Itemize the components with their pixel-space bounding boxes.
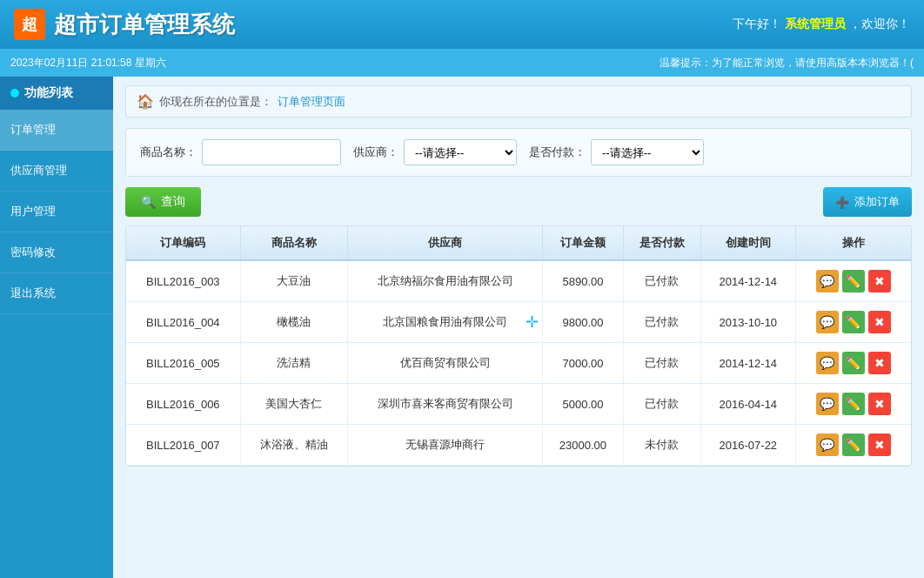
col-paid: 是否付款 [623,226,701,260]
cell-paid: 未付款 [623,425,701,466]
sidebar-header-label: 功能列表 [24,85,73,101]
product-form-group: 商品名称： [140,139,341,165]
cell-order-id: BILL2016_005 [126,343,240,384]
cell-amount: 9800.00 [543,302,623,343]
comment-button[interactable]: 💬 [816,352,839,374]
sidebar-item-order[interactable]: 订单管理 [0,110,113,151]
col-amount: 订单金额 [543,226,623,260]
cell-date: 2016-04-14 [701,384,795,425]
add-order-button[interactable]: ➕ 添加订单 [823,187,912,217]
cell-supplier: 北京纳福尔食用油有限公司 [347,260,542,302]
cell-actions: 💬 ✏️ ✖ [795,425,911,466]
header-logo: 超 [14,9,45,40]
col-date: 创建时间 [701,226,795,260]
orders-table-container: 订单编码 商品名称 供应商 订单金额 是否付款 创建时间 操作 BILL2016… [125,225,912,467]
sidebar-item-password[interactable]: 密码修改 [0,232,113,273]
search-button-label: 查询 [161,194,185,210]
search-form: 商品名称： 供应商： --请选择-- 是否付款： --请选择-- [125,128,912,177]
header-title: 超市订单管理系统 [54,10,235,40]
table-header-row: 订单编码 商品名称 供应商 订单金额 是否付款 创建时间 操作 [126,226,911,260]
action-icons: 💬 ✏️ ✖ [803,311,905,333]
sidebar-item-supplier[interactable]: 供应商管理 [0,151,113,192]
notice-text: 温馨提示：为了能正常浏览，请使用高版本本浏览器！( [660,56,914,71]
col-actions: 操作 [795,226,911,260]
cell-order-id: BILL2016_006 [126,384,240,425]
topbar: 2023年02月11日 21:01:58 星期六 温馨提示：为了能正常浏览，请使… [0,49,924,77]
username-text: 系统管理员 [785,17,846,30]
sidebar-item-user-label: 用户管理 [10,205,56,218]
cell-date: 2014-12-14 [701,343,795,384]
breadcrumb: 🏠 你现在所在的位置是： 订单管理页面 [125,85,912,118]
payment-form-group: 是否付款： --请选择-- [529,139,704,165]
comment-button[interactable]: 💬 [816,270,839,292]
supplier-form-group: 供应商： --请选择-- [353,139,517,165]
cell-product: 美国大杏仁 [240,384,347,425]
comment-button[interactable]: 💬 [816,434,839,456]
comment-button[interactable]: 💬 [816,311,839,333]
content-area: 🏠 你现在所在的位置是： 订单管理页面 商品名称： 供应商： --请选择-- 是… [113,77,924,578]
col-order-id: 订单编码 [126,226,240,260]
cell-supplier: 北京国粮食用油有限公司 ✛ [347,302,542,343]
payment-label: 是否付款： [529,144,586,160]
cell-amount: 23000.00 [543,425,623,466]
main-layout: 功能列表 订单管理 供应商管理 用户管理 密码修改 退出系统 🏠 你现在所在的位… [0,77,924,578]
cell-amount: 5890.00 [543,260,623,302]
delete-button[interactable]: ✖ [868,434,891,456]
edit-button[interactable]: ✏️ [842,311,865,333]
cell-date: 2013-10-10 [701,302,795,343]
datetime-text: 2023年02月11日 21:01:58 星期六 [10,56,166,71]
plus-icon: ➕ [835,196,849,209]
table-row: BILL2016_004 橄榄油 北京国粮食用油有限公司 ✛ 9800.00 已… [126,302,911,343]
cell-amount: 5000.00 [543,384,623,425]
product-input[interactable] [202,139,341,165]
cell-paid: 已付款 [623,302,701,343]
search-icon: 🔍 [141,195,156,209]
sidebar-header: 功能列表 [0,77,113,110]
delete-button[interactable]: ✖ [868,270,891,292]
action-icons: 💬 ✏️ ✖ [803,434,905,456]
sidebar-item-user[interactable]: 用户管理 [0,192,113,232]
delete-button[interactable]: ✖ [868,352,891,374]
breadcrumb-prefix: 你现在所在的位置是： [159,94,272,110]
edit-button[interactable]: ✏️ [842,393,865,415]
cell-actions: 💬 ✏️ ✖ [795,343,911,384]
table-body: BILL2016_003 大豆油 北京纳福尔食用油有限公司 5890.00 已付… [126,260,911,466]
sidebar-item-password-label: 密码修改 [10,245,56,259]
header-right: 下午好！ 系统管理员 ，欢迎你！ [733,17,910,32]
cell-product: 大豆油 [240,260,347,302]
sidebar-dot [10,89,19,97]
cell-order-id: BILL2016_004 [126,302,240,343]
cell-supplier: 无锡喜源坤商行 [347,425,542,466]
edit-button[interactable]: ✏️ [842,434,865,456]
supplier-select[interactable]: --请选择-- [404,139,517,165]
delete-button[interactable]: ✖ [868,311,891,333]
sidebar-item-order-label: 订单管理 [10,123,56,136]
drag-icon: ✛ [526,313,539,332]
supplier-label: 供应商： [353,144,398,160]
sidebar-item-logout-label: 退出系统 [10,286,56,299]
cell-date: 2014-12-14 [701,260,795,302]
product-label: 商品名称： [140,144,197,160]
table-row: BILL2016_003 大豆油 北京纳福尔食用油有限公司 5890.00 已付… [126,260,911,302]
edit-button[interactable]: ✏️ [842,352,865,374]
comment-button[interactable]: 💬 [816,393,839,415]
cell-product: 沐浴液、精油 [240,425,347,466]
home-icon: 🏠 [137,93,154,110]
edit-button[interactable]: ✏️ [842,270,865,292]
col-supplier: 供应商 [347,226,542,260]
payment-select[interactable]: --请选择-- [591,139,704,165]
cell-actions: 💬 ✏️ ✖ [795,302,911,343]
search-button[interactable]: 🔍 查询 [125,187,201,217]
breadcrumb-current[interactable]: 订单管理页面 [278,94,345,110]
sidebar-item-logout[interactable]: 退出系统 [0,273,113,314]
delete-button[interactable]: ✖ [868,393,891,415]
cell-paid: 已付款 [623,384,701,425]
col-product: 商品名称 [240,226,347,260]
sidebar: 功能列表 订单管理 供应商管理 用户管理 密码修改 退出系统 [0,77,113,578]
table-row: BILL2016_006 美国大杏仁 深圳市喜来客商贸有限公司 5000.00 … [126,384,911,425]
cell-order-id: BILL2016_003 [126,260,240,302]
cell-actions: 💬 ✏️ ✖ [795,260,911,302]
cell-paid: 已付款 [623,260,701,302]
sidebar-item-supplier-label: 供应商管理 [10,164,67,177]
action-icons: 💬 ✏️ ✖ [803,270,905,292]
